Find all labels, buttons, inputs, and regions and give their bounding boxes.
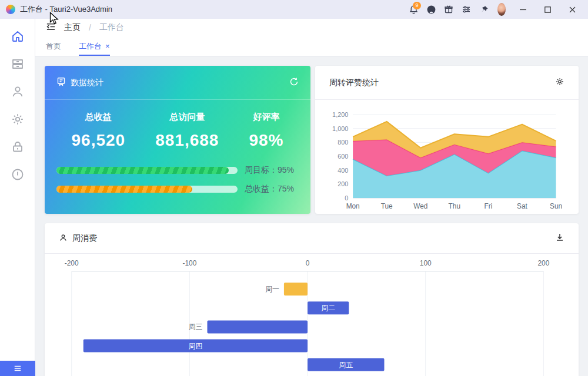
svg-text:600: 600 bbox=[338, 153, 348, 160]
progress-week-goal: 周目标：95% bbox=[56, 165, 299, 176]
tab-home[interactable]: 首页 bbox=[46, 36, 61, 56]
stacked-area-chart: 02004006008001,0001,200MonTueWedThuFriSa… bbox=[315, 100, 579, 214]
svg-text:100: 100 bbox=[420, 259, 432, 267]
tabs-bar: 首页 工作台 × bbox=[35, 36, 588, 56]
svg-text:0: 0 bbox=[345, 194, 348, 202]
svg-text:Wed: Wed bbox=[413, 202, 427, 210]
progress-fill bbox=[56, 167, 229, 174]
svg-text:-200: -200 bbox=[65, 259, 79, 267]
breadcrumb-current: 工作台 bbox=[99, 22, 124, 33]
home-icon[interactable] bbox=[11, 29, 25, 43]
svg-text:0: 0 bbox=[306, 259, 310, 267]
title-bar: 工作台 - Tauri2-Vue3Admin 9 bbox=[0, 0, 588, 19]
progress-label: 总收益：75% bbox=[245, 184, 294, 194]
svg-text:周一: 周一 bbox=[265, 285, 279, 293]
refresh-icon[interactable] bbox=[289, 77, 299, 88]
pin-icon[interactable] bbox=[475, 1, 493, 18]
app-logo-icon bbox=[6, 5, 15, 14]
mouse-cursor bbox=[49, 12, 60, 26]
stat-card-title: 数据统计 bbox=[71, 78, 103, 88]
stat-total-revenue: 总收益 96,520 bbox=[72, 112, 126, 150]
svg-text:Fri: Fri bbox=[484, 202, 492, 210]
svg-text:周五: 周五 bbox=[339, 361, 353, 369]
notification-bell-icon[interactable]: 9 bbox=[405, 1, 422, 18]
stat-label: 好评率 bbox=[249, 112, 283, 123]
maximize-button[interactable] bbox=[535, 1, 560, 18]
page-content: 数据统计 总收益 96,520 总访 bbox=[35, 56, 588, 376]
area-card-title: 周转评赞统计 bbox=[329, 78, 379, 88]
stats-badge-icon bbox=[56, 77, 66, 88]
svg-text:1,000: 1,000 bbox=[332, 125, 348, 132]
drawer-icon[interactable] bbox=[11, 57, 25, 71]
sidebar bbox=[0, 19, 35, 376]
svg-text:Sat: Sat bbox=[517, 202, 527, 210]
area-chart-card: 周转评赞统计 02004006008001,0001,200MonTueWedT… bbox=[315, 66, 579, 214]
window-title: 工作台 - Tauri2-Vue3Admin bbox=[20, 4, 112, 15]
stat-value: 96,520 bbox=[72, 131, 126, 150]
svg-text:200: 200 bbox=[537, 259, 549, 267]
svg-text:Mon: Mon bbox=[346, 202, 360, 210]
breadcrumb-home[interactable]: 主页 bbox=[64, 22, 81, 33]
theme-gift-icon[interactable] bbox=[440, 1, 457, 18]
gear-icon[interactable] bbox=[555, 77, 564, 88]
svg-text:400: 400 bbox=[338, 167, 348, 174]
svg-text:800: 800 bbox=[338, 139, 348, 146]
progress-track bbox=[56, 186, 238, 193]
tab-label: 工作台 bbox=[79, 41, 102, 52]
stat-value: 881,688 bbox=[155, 131, 219, 150]
stat-label: 总访问量 bbox=[155, 112, 219, 123]
minimize-button[interactable] bbox=[510, 1, 535, 18]
progress-track bbox=[56, 167, 238, 174]
breadcrumb-separator: / bbox=[89, 23, 91, 32]
bar-chart-card: 周消费 -200-1000100200周一周二周三周四周五 bbox=[45, 223, 579, 376]
svg-text:-100: -100 bbox=[182, 259, 196, 267]
progress-label: 周目标：95% bbox=[245, 165, 294, 176]
github-icon[interactable] bbox=[422, 1, 440, 18]
svg-text:Thu: Thu bbox=[449, 202, 460, 210]
warning-icon[interactable] bbox=[11, 167, 25, 182]
bar-card-title: 周消费 bbox=[72, 233, 97, 244]
close-button[interactable] bbox=[560, 1, 584, 18]
svg-text:1,200: 1,200 bbox=[332, 111, 348, 118]
svg-text:200: 200 bbox=[338, 180, 348, 187]
download-icon[interactable] bbox=[555, 233, 564, 244]
tab-close-icon[interactable]: × bbox=[105, 42, 110, 50]
tab-workbench[interactable]: 工作台 × bbox=[79, 36, 110, 56]
settings-sliders-icon[interactable] bbox=[457, 1, 475, 18]
horizontal-bar-chart: -200-1000100200周一周二周三周四周五 bbox=[45, 254, 579, 376]
user-avatar[interactable] bbox=[493, 1, 510, 18]
notification-badge: 9 bbox=[413, 2, 421, 9]
svg-text:周二: 周二 bbox=[321, 304, 335, 312]
stat-value: 98% bbox=[249, 131, 283, 150]
svg-text:Tue: Tue bbox=[381, 202, 393, 210]
settings-icon[interactable] bbox=[11, 112, 25, 126]
svg-text:Sun: Sun bbox=[550, 202, 562, 210]
user-icon[interactable] bbox=[11, 85, 25, 99]
stat-total-visits: 总访问量 881,688 bbox=[155, 112, 219, 150]
stat-positive-rate: 好评率 98% bbox=[249, 112, 283, 150]
stat-card: 数据统计 总收益 96,520 总访 bbox=[45, 66, 310, 214]
lock-icon[interactable] bbox=[11, 140, 25, 154]
svg-text:周四: 周四 bbox=[188, 342, 202, 350]
page-header-bar: 主页 / 工作台 bbox=[35, 19, 588, 36]
progress-total-revenue: 总收益：75% bbox=[56, 184, 299, 194]
progress-fill bbox=[56, 186, 192, 193]
tab-label: 首页 bbox=[46, 41, 61, 52]
svg-text:周三: 周三 bbox=[189, 323, 203, 331]
stat-label: 总收益 bbox=[72, 112, 126, 123]
person-icon bbox=[59, 233, 68, 244]
sidebar-collapse-button[interactable] bbox=[0, 361, 35, 376]
